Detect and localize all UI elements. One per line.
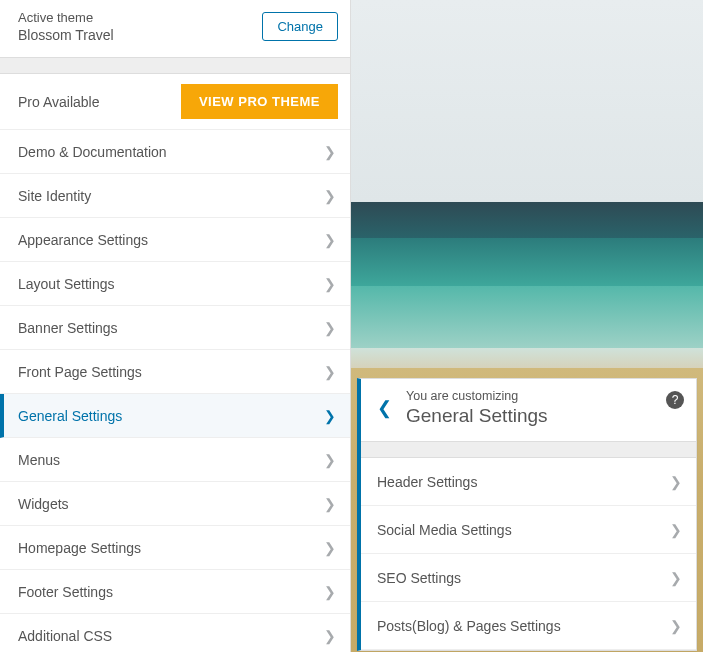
sub-item-posts-pages-settings[interactable]: Posts(Blog) & Pages Settings ❯ [361, 602, 696, 650]
menu-label: Layout Settings [18, 276, 115, 292]
chevron-left-icon: ❮ [377, 398, 392, 418]
menu-label: Widgets [18, 496, 69, 512]
menu-item-footer-settings[interactable]: Footer Settings ❯ [0, 570, 350, 614]
menu-item-demo-documentation[interactable]: Demo & Documentation ❯ [0, 130, 350, 174]
menu-label: Additional CSS [18, 628, 112, 644]
chevron-right-icon: ❯ [670, 618, 682, 634]
subpanel-general-settings: ❮ You are customizing General Settings ?… [357, 378, 697, 651]
menu-item-site-identity[interactable]: Site Identity ❯ [0, 174, 350, 218]
pro-available-label: Pro Available [18, 94, 99, 110]
menu-label: Menus [18, 452, 60, 468]
preview-sea [351, 202, 703, 238]
menu-item-menus[interactable]: Menus ❯ [0, 438, 350, 482]
chevron-right-icon: ❯ [324, 232, 336, 248]
chevron-right-icon: ❯ [324, 188, 336, 204]
help-icon[interactable]: ? [666, 391, 684, 409]
back-button[interactable]: ❮ [365, 391, 406, 425]
theme-info: Active theme Blossom Travel [18, 10, 114, 43]
preview-sky [351, 0, 703, 202]
sub-item-label: Social Media Settings [377, 522, 512, 538]
menu-label: Front Page Settings [18, 364, 142, 380]
menu-label: Homepage Settings [18, 540, 141, 556]
sub-item-label: SEO Settings [377, 570, 461, 586]
menu-label: General Settings [18, 408, 122, 424]
menu-item-general-settings[interactable]: General Settings ❯ [0, 394, 350, 438]
menu-label: Appearance Settings [18, 232, 148, 248]
menu-item-banner-settings[interactable]: Banner Settings ❯ [0, 306, 350, 350]
active-theme-label: Active theme [18, 10, 114, 25]
sub-item-header-settings[interactable]: Header Settings ❯ [361, 458, 696, 506]
view-pro-theme-button[interactable]: VIEW PRO THEME [181, 84, 338, 119]
chevron-right-icon: ❯ [324, 452, 336, 468]
menu-label: Banner Settings [18, 320, 118, 336]
sub-item-social-media-settings[interactable]: Social Media Settings ❯ [361, 506, 696, 554]
chevron-right-icon: ❯ [670, 522, 682, 538]
chevron-right-icon: ❯ [670, 474, 682, 490]
preview-sea [351, 238, 703, 286]
chevron-right-icon: ❯ [324, 408, 336, 424]
preview-sea [351, 286, 703, 348]
menu-item-homepage-settings[interactable]: Homepage Settings ❯ [0, 526, 350, 570]
active-theme-header: Active theme Blossom Travel Change [0, 0, 350, 58]
sub-item-seo-settings[interactable]: SEO Settings ❯ [361, 554, 696, 602]
chevron-right-icon: ❯ [324, 496, 336, 512]
sub-item-label: Header Settings [377, 474, 477, 490]
breadcrumb: You are customizing [406, 389, 548, 403]
customizer-main-panel: Active theme Blossom Travel Change Pro A… [0, 0, 351, 652]
menu-item-widgets[interactable]: Widgets ❯ [0, 482, 350, 526]
panel-spacer [0, 58, 350, 74]
chevron-right-icon: ❯ [324, 144, 336, 160]
menu-item-layout-settings[interactable]: Layout Settings ❯ [0, 262, 350, 306]
pro-row: Pro Available VIEW PRO THEME [0, 74, 350, 130]
chevron-right-icon: ❯ [324, 584, 336, 600]
chevron-right-icon: ❯ [324, 276, 336, 292]
change-theme-button[interactable]: Change [262, 12, 338, 41]
subpanel-header: ❮ You are customizing General Settings ? [361, 379, 696, 442]
menu-item-additional-css[interactable]: Additional CSS ❯ [0, 614, 350, 652]
menu-label: Demo & Documentation [18, 144, 167, 160]
menu-item-front-page-settings[interactable]: Front Page Settings ❯ [0, 350, 350, 394]
chevron-right-icon: ❯ [324, 320, 336, 336]
chevron-right-icon: ❯ [324, 540, 336, 556]
subpanel-spacer [361, 442, 696, 458]
chevron-right-icon: ❯ [670, 570, 682, 586]
menu-label: Footer Settings [18, 584, 113, 600]
active-theme-name: Blossom Travel [18, 27, 114, 43]
subpanel-title: General Settings [406, 405, 548, 427]
chevron-right-icon: ❯ [324, 628, 336, 644]
preview-foam [351, 348, 703, 368]
sub-item-label: Posts(Blog) & Pages Settings [377, 618, 561, 634]
chevron-right-icon: ❯ [324, 364, 336, 380]
menu-item-appearance-settings[interactable]: Appearance Settings ❯ [0, 218, 350, 262]
subpanel-titles: You are customizing General Settings [406, 389, 548, 427]
menu-label: Site Identity [18, 188, 91, 204]
